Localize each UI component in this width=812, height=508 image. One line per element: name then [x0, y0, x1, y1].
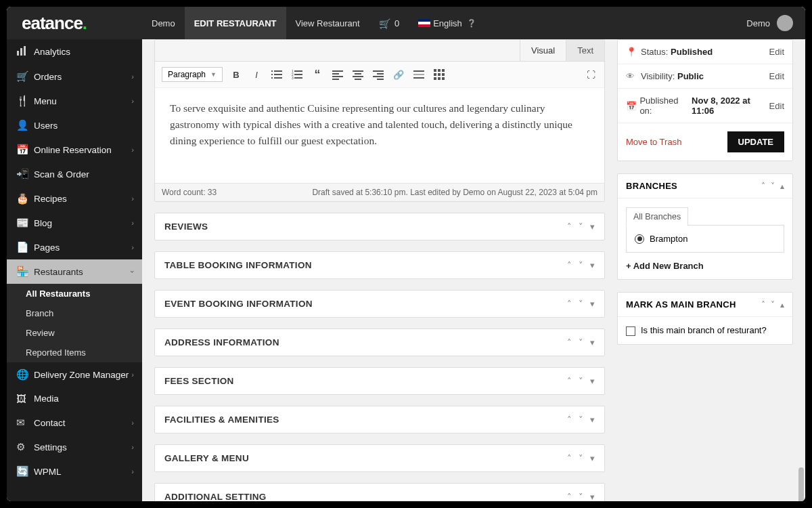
chevron-right-icon: › — [131, 371, 134, 379]
panel-up-icon[interactable]: ˄ — [567, 492, 572, 501]
panel-menu-icon[interactable]: ▾ — [590, 415, 595, 425]
panel-up-icon[interactable]: ˄ — [567, 221, 572, 232]
svg-rect-17 — [332, 76, 343, 77]
ul-button[interactable] — [270, 68, 284, 81]
panel-menu-icon[interactable]: ▾ — [590, 453, 595, 463]
sidebar-sub-branch[interactable]: Branch — [7, 303, 142, 323]
panel-up-icon[interactable]: ˄ — [761, 182, 765, 191]
panel-menu-icon[interactable]: ▾ — [590, 260, 595, 270]
chevron-right-icon: › — [131, 467, 134, 475]
move-to-trash[interactable]: Move to Trash — [626, 137, 681, 147]
sidebar-sub-reported-items[interactable]: Reported Items — [7, 343, 142, 362]
editor-box: Visual Text Paragraph▼ B I 123 “ 🔗 — [154, 39, 605, 202]
readmore-button[interactable] — [412, 68, 426, 81]
cart-icon — [379, 18, 390, 28]
sidebar-item-delivery-zone-manager[interactable]: 🌐Delivery Zone Manager› — [7, 362, 142, 387]
calendar-icon: 📅 — [626, 101, 639, 111]
topbar-language[interactable]: English ❔ — [409, 7, 486, 39]
topbar-view-restaurant[interactable]: View Restaurant — [286, 7, 369, 39]
panel-toggle-icon[interactable]: ▴ — [780, 182, 784, 191]
avatar-icon[interactable] — [777, 15, 793, 31]
topbar-user[interactable]: Demo — [746, 18, 770, 28]
sidebar-item-contact[interactable]: ✉Contact› — [7, 410, 142, 435]
svg-rect-34 — [438, 73, 441, 76]
panel-menu-icon[interactable]: ▾ — [590, 492, 595, 501]
sidebar-sub-review[interactable]: Review — [7, 323, 142, 343]
panel-up-icon[interactable]: ˄ — [761, 300, 765, 310]
panel-down-icon[interactable]: ˅ — [579, 376, 583, 386]
panel-down-icon[interactable]: ˅ — [579, 260, 583, 270]
panel-additional-setting: ADDITIONAL SETTING˄˅▾ — [154, 483, 605, 501]
panel-up-icon[interactable]: ˄ — [567, 337, 572, 347]
scrollbar-thumb[interactable] — [798, 467, 804, 501]
panel-up-icon[interactable]: ˄ — [567, 376, 572, 386]
svg-rect-21 — [353, 76, 363, 77]
panel-down-icon[interactable]: ˅ — [771, 300, 775, 310]
panel-down-icon[interactable]: ˅ — [771, 182, 775, 191]
panel-down-icon[interactable]: ˅ — [579, 415, 583, 425]
panel-menu-icon[interactable]: ▾ — [590, 221, 595, 232]
align-center-button[interactable] — [351, 68, 365, 81]
panel-down-icon[interactable]: ˅ — [579, 299, 583, 309]
sidebar-item-orders[interactable]: 🛒Orders› — [7, 64, 142, 89]
topbar: eatance. Demo EDIT RESTAURANT View Resta… — [7, 7, 805, 39]
sidebar-item-users[interactable]: 👤Users — [7, 113, 142, 137]
branches-tab[interactable]: All Branches — [626, 207, 688, 226]
format-select[interactable]: Paragraph▼ — [162, 67, 223, 82]
toolbar-toggle-button[interactable] — [432, 68, 446, 81]
editor-content[interactable]: To serve exquisite and authentic Cuisine… — [155, 88, 604, 183]
update-button[interactable]: UPDATE — [727, 131, 784, 152]
tab-visual[interactable]: Visual — [520, 40, 566, 61]
align-right-button[interactable] — [371, 68, 385, 81]
topbar-demo[interactable]: Demo — [142, 7, 185, 39]
panel-down-icon[interactable]: ˅ — [579, 221, 583, 232]
edit-visibility[interactable]: Edit — [769, 71, 784, 81]
panel-menu-icon[interactable]: ▾ — [590, 337, 595, 347]
page-icon: 📄 — [16, 241, 34, 253]
branches-box: BRANCHES ˄˅▴ All Branches Brampton + Add… — [617, 173, 793, 280]
sidebar-item-pages[interactable]: 📄Pages› — [7, 235, 142, 259]
panel-up-icon[interactable]: ˄ — [567, 415, 572, 425]
sidebar-item-settings[interactable]: ⚙Settings› — [7, 435, 142, 459]
branch-option[interactable]: Brampton — [635, 234, 775, 244]
sidebar-item-online-reservation[interactable]: 📅Online Reservation› — [7, 137, 142, 162]
edit-published[interactable]: Edit — [769, 101, 784, 111]
sidebar-item-media[interactable]: 🖼Media — [7, 387, 142, 410]
quote-button[interactable]: “ — [311, 68, 324, 81]
bold-button[interactable]: B — [229, 68, 243, 81]
panel-down-icon[interactable]: ˅ — [579, 337, 583, 347]
align-left-button[interactable] — [331, 68, 344, 81]
svg-rect-31 — [438, 69, 441, 72]
chevron-right-icon: › — [131, 97, 134, 105]
ol-button[interactable]: 123 — [290, 68, 304, 81]
panel-title: ADDITIONAL SETTING — [164, 492, 267, 501]
panel-down-icon[interactable]: ˅ — [579, 453, 583, 463]
panel-toggle-icon[interactable]: ▴ — [780, 300, 784, 310]
panel-title: ADDRESS INFORMATION — [164, 337, 279, 347]
svg-rect-15 — [332, 70, 343, 72]
add-branch[interactable]: + Add New Branch — [626, 261, 784, 271]
panel-up-icon[interactable]: ˄ — [567, 299, 572, 309]
sidebar-item-blog[interactable]: 📰Blog› — [7, 211, 142, 235]
italic-button[interactable]: I — [250, 68, 263, 81]
topbar-edit-restaurant[interactable]: EDIT RESTAURANT — [185, 7, 286, 39]
sidebar-item-scan-order[interactable]: 📲Scan & Order — [7, 162, 142, 186]
sidebar-item-wpml[interactable]: 🔄WPML› — [7, 459, 142, 484]
tab-text[interactable]: Text — [566, 40, 604, 61]
sidebar-sub-all-restaurants[interactable]: All Restaurants — [7, 284, 142, 303]
panel-menu-icon[interactable]: ▾ — [590, 376, 595, 386]
sidebar-item-menu[interactable]: 🍴Menu› — [7, 89, 142, 113]
sidebar-item-analytics[interactable]: Analytics — [7, 39, 142, 64]
panel-down-icon[interactable]: ˅ — [579, 492, 583, 501]
link-button[interactable]: 🔗 — [392, 68, 405, 81]
main-branch-checkbox[interactable]: Is this main branch of resturant? — [626, 325, 767, 335]
svg-rect-36 — [434, 77, 436, 80]
panel-up-icon[interactable]: ˄ — [567, 453, 572, 463]
panel-up-icon[interactable]: ˄ — [567, 260, 572, 270]
topbar-cart[interactable]: 0 — [369, 7, 409, 39]
sidebar-item-restaurants[interactable]: 🏪Restaurants› — [7, 259, 142, 284]
edit-status[interactable]: Edit — [769, 47, 784, 57]
fullscreen-button[interactable]: ⛶ — [584, 68, 597, 81]
panel-menu-icon[interactable]: ▾ — [590, 299, 595, 309]
sidebar-item-recipes[interactable]: 🎂Recipes› — [7, 186, 142, 211]
